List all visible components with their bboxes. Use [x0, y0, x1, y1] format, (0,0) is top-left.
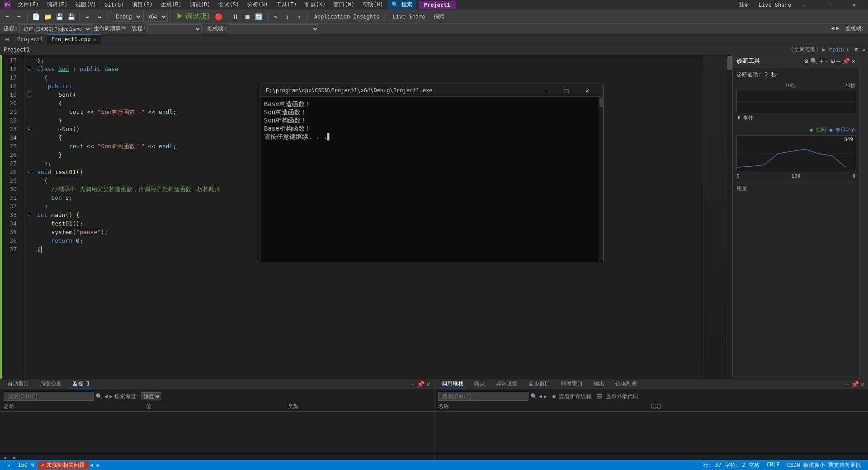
- csdn-link[interactable]: CSDN 象棋鼻小_乘支持向量机: [783, 461, 864, 469]
- locals-tab[interactable]: 局部变量: [36, 379, 65, 389]
- menu-window[interactable]: 窗口(W): [330, 0, 358, 9]
- callstack-search-btn[interactable]: 🔍: [530, 393, 537, 400]
- editor-scrollbar[interactable]: [726, 55, 732, 379]
- thread-dropdown[interactable]: [147, 24, 202, 33]
- close-btn[interactable]: ✕: [844, 0, 864, 10]
- close-panel-btn[interactable]: ✕: [852, 57, 855, 65]
- menu-git[interactable]: Git(G): [101, 1, 127, 9]
- command-tab[interactable]: 命令窗口: [525, 379, 554, 389]
- diag-pause[interactable]: ⏸ 事件: [736, 114, 855, 121]
- tab-project1-cpp[interactable]: Project1.cpp ✕: [47, 34, 101, 44]
- menu-project[interactable]: 项目(P): [128, 0, 156, 9]
- watch-collapse-btn[interactable]: —: [411, 381, 415, 388]
- login-btn[interactable]: 登录: [739, 1, 750, 9]
- immediate-tab[interactable]: 即时窗口: [557, 379, 586, 389]
- collapse-panel-btn[interactable]: —: [836, 57, 840, 65]
- fold-33[interactable]: ⊟: [24, 210, 33, 218]
- scroll-thumb[interactable]: [727, 56, 732, 70]
- menu-search[interactable]: 🔍 搜索: [388, 0, 416, 9]
- menu-build[interactable]: 生成(B): [157, 0, 185, 9]
- no-issues[interactable]: ✔ 未找到相关问题: [38, 461, 88, 469]
- scroll-nav-left[interactable]: ◀: [88, 462, 95, 468]
- fold-19[interactable]: ⊟: [24, 89, 33, 98]
- step-over-btn[interactable]: ↷: [270, 11, 281, 22]
- console-scroll-thumb[interactable]: [599, 98, 603, 107]
- menu-tools[interactable]: 工具(T): [273, 0, 301, 9]
- minimize-btn[interactable]: —: [795, 0, 816, 10]
- console-minimize-btn[interactable]: —: [535, 84, 556, 97]
- console-scrollbar[interactable]: [599, 97, 603, 262]
- exceptions-tab[interactable]: 异常设置: [492, 379, 521, 389]
- watch-scroll-right[interactable]: ▶: [13, 455, 16, 460]
- output-tab[interactable]: 输出: [590, 379, 608, 389]
- menu-file[interactable]: 文件(F): [14, 0, 42, 9]
- nav-next-btn[interactable]: ▶: [836, 25, 840, 33]
- callstack-search-input[interactable]: [438, 392, 528, 401]
- watch-pin-btn[interactable]: 📌: [417, 381, 425, 388]
- maximize-btn[interactable]: □: [819, 0, 840, 10]
- console-close-btn[interactable]: ✕: [577, 84, 598, 97]
- toolbar-restart-btn[interactable]: 🔄: [254, 11, 264, 22]
- toolbar-undo-btn[interactable]: ↩: [82, 11, 93, 22]
- watch-search-input[interactable]: [4, 392, 94, 401]
- arch-dropdown[interactable]: x64: [143, 12, 168, 22]
- watch-nav-next[interactable]: ▶: [109, 393, 113, 400]
- split-editor-btn[interactable]: ⊞: [854, 47, 859, 53]
- zoom-out-icon[interactable]: -: [825, 57, 829, 65]
- settings-icon[interactable]: ⚙: [804, 57, 808, 65]
- fold-23[interactable]: ⊟: [24, 124, 33, 132]
- toolbar-new-btn[interactable]: 📄: [30, 11, 41, 22]
- toolbar-stop-btn[interactable]: ⏹: [242, 11, 253, 22]
- nav-prev-btn[interactable]: ◀: [831, 25, 834, 33]
- zoom-in-icon[interactable]: +: [820, 57, 823, 65]
- watch-search-btn[interactable]: 🔍: [96, 393, 103, 400]
- stackframe-dropdown[interactable]: [229, 24, 319, 33]
- auto-tab[interactable]: 自动窗口: [4, 379, 33, 389]
- start-debug-btn[interactable]: ▶ 调试(E): [174, 12, 212, 21]
- watch-nav-prev[interactable]: ◀: [104, 393, 108, 400]
- step-out-btn[interactable]: ↑: [294, 11, 305, 22]
- maximize-editor-btn[interactable]: ↗: [861, 47, 866, 53]
- callstack-tab[interactable]: 调用堆栈: [438, 379, 467, 389]
- watch-close-btn[interactable]: ✕: [426, 381, 430, 388]
- callstack-close-btn[interactable]: ✕: [861, 381, 864, 388]
- menu-debug[interactable]: 调试(D): [186, 0, 214, 9]
- toolbar-attach-btn[interactable]: 🔴: [213, 11, 224, 22]
- git-status[interactable]: ↗: [4, 462, 14, 468]
- breakpoints-tab[interactable]: 断点: [471, 379, 489, 389]
- watch-depth-select[interactable]: 深度: [142, 392, 161, 400]
- pin-panel-btn[interactable]: 📌: [842, 57, 850, 65]
- callstack-nav-prev[interactable]: ◀: [539, 393, 542, 400]
- search-diag-icon[interactable]: 🔍: [810, 57, 818, 65]
- debug-config-dropdown[interactable]: Debug: [111, 12, 142, 22]
- menu-help[interactable]: 帮助(H): [359, 0, 387, 9]
- fold-28[interactable]: ⊟: [24, 167, 33, 175]
- scroll-nav-right[interactable]: ▶: [95, 462, 102, 468]
- live-share-btn[interactable]: Live Share: [759, 2, 791, 8]
- show-external-code-btn[interactable]: ☰ 显示外部代码: [597, 393, 638, 400]
- callstack-collapse-btn[interactable]: —: [845, 381, 849, 388]
- toolbar-open-btn[interactable]: 📁: [42, 11, 53, 22]
- callstack-nav-next[interactable]: ▶: [544, 393, 547, 400]
- fold-16[interactable]: ⊟: [24, 64, 33, 72]
- toolbar-back-btn[interactable]: ⬅: [2, 11, 13, 22]
- menu-extensions[interactable]: 扩展(X): [302, 0, 330, 9]
- menu-test[interactable]: 测试(S): [215, 0, 243, 9]
- toolbar-forward-btn[interactable]: ➡: [14, 11, 24, 22]
- menu-view[interactable]: 视图(V): [72, 0, 100, 9]
- watch1-tab[interactable]: 监视 1: [69, 379, 93, 389]
- donate-btn[interactable]: 捐赠: [430, 13, 448, 20]
- menu-edit[interactable]: 编辑(E): [43, 0, 71, 9]
- toolbar-redo-btn[interactable]: ↪: [94, 11, 105, 22]
- toolbar-pause-btn[interactable]: ⏸: [230, 11, 241, 22]
- reset-zoom-icon[interactable]: ⊞: [831, 57, 835, 65]
- step-into-btn[interactable]: ↓: [282, 11, 293, 22]
- callstack-pin-btn[interactable]: 📌: [851, 381, 859, 388]
- cursor-position[interactable]: 行: 37 字符: 2 空格: [699, 461, 763, 469]
- eol-type[interactable]: CRLF: [763, 461, 783, 469]
- tab-close-icon[interactable]: ✕: [94, 37, 96, 42]
- live-share-toolbar[interactable]: Live Share: [389, 14, 429, 20]
- process-dropdown[interactable]: 进程: [14960] Project1.exe: [19, 24, 92, 33]
- errors-tab[interactable]: 错误列表: [612, 379, 641, 389]
- console-maximize-btn[interactable]: □: [556, 84, 577, 97]
